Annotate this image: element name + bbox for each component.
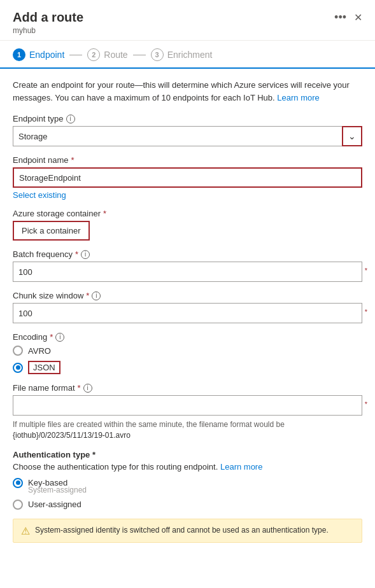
- chunk-size-window-star: *: [365, 308, 367, 316]
- encoding-avro-label: AVRO: [28, 346, 51, 356]
- endpoint-type-label: Endpoint type i: [13, 114, 362, 123]
- chevron-down-icon: ⌄: [348, 131, 356, 141]
- chunk-size-window-input-wrapper: *: [13, 303, 362, 323]
- auth-type-radio-group: Key-based System-assigned User-assigned: [13, 478, 362, 510]
- encoding-json-radio[interactable]: [13, 363, 23, 373]
- batch-frequency-field: Batch frequency * i *: [13, 249, 362, 282]
- chunk-size-window-field: Chunk size window * i *: [13, 291, 362, 323]
- batch-frequency-input-wrapper: *: [13, 262, 362, 282]
- chunk-size-window-input[interactable]: [13, 303, 362, 323]
- encoding-field: Encoding * i AVRO JSON: [13, 332, 362, 374]
- auth-key-based-radio[interactable]: [13, 478, 23, 488]
- auth-user-assigned-option[interactable]: User-assigned: [13, 500, 362, 510]
- auth-key-based-sub: System-assigned: [13, 486, 362, 494]
- warning-icon: ⚠: [21, 525, 30, 537]
- batch-frequency-info-icon[interactable]: i: [81, 250, 90, 259]
- file-name-format-label: File name format * i: [13, 383, 362, 393]
- step-endpoint[interactable]: 1 Endpoint: [13, 48, 64, 61]
- step-enrichment[interactable]: 3 Enrichment: [151, 48, 213, 61]
- chunk-size-window-label: Chunk size window * i: [13, 291, 362, 300]
- encoding-json-option[interactable]: JSON: [13, 361, 362, 374]
- step-2-label: Route: [104, 50, 127, 60]
- step-1-label: Endpoint: [29, 50, 64, 60]
- endpoint-type-field: Endpoint type i ⌄: [13, 114, 362, 146]
- file-name-format-hint: If multiple files are created within the…: [13, 419, 362, 441]
- steps-nav: 1 Endpoint 2 Route 3 Enrichment: [0, 41, 375, 69]
- batch-frequency-star: *: [365, 267, 367, 274]
- batch-frequency-required: *: [75, 249, 78, 259]
- endpoint-type-input[interactable]: [13, 126, 362, 146]
- azure-storage-container-required: *: [103, 209, 106, 218]
- more-icon[interactable]: •••: [334, 11, 346, 24]
- auth-type-required: *: [92, 450, 96, 459]
- pick-container-button[interactable]: Pick a container: [13, 221, 90, 241]
- panel-body: Create an endpoint for your route—this w…: [0, 69, 375, 553]
- step-2-circle: 2: [87, 48, 100, 61]
- file-name-format-required: *: [78, 383, 81, 393]
- step-route[interactable]: 2 Route: [87, 48, 127, 61]
- batch-frequency-label: Batch frequency * i: [13, 249, 362, 259]
- endpoint-type-info-icon[interactable]: i: [66, 115, 75, 123]
- auth-user-assigned-radio[interactable]: [13, 500, 23, 510]
- header-icons: ••• ✕: [334, 11, 362, 24]
- file-name-format-star: *: [365, 400, 367, 408]
- endpoint-name-field: Endpoint name * Select existing: [13, 155, 362, 200]
- encoding-label: Encoding * i: [13, 332, 362, 342]
- azure-storage-container-label: Azure storage container *: [13, 209, 362, 218]
- endpoint-type-chevron[interactable]: ⌄: [342, 126, 362, 146]
- authentication-type-field: Authentication type * Choose the authent…: [13, 450, 362, 510]
- azure-storage-container-field: Azure storage container * Pick a contain…: [13, 209, 362, 241]
- file-name-format-info-icon[interactable]: i: [83, 384, 92, 393]
- description-text: Create an endpoint for your route—this w…: [13, 79, 362, 104]
- step-divider-2: [133, 55, 146, 55]
- auth-learn-more-link[interactable]: Learn more: [220, 462, 262, 472]
- step-1-circle: 1: [13, 48, 25, 61]
- add-route-panel: Add a route ••• ✕ myhub 1 Endpoint 2 Rou…: [0, 0, 375, 588]
- batch-frequency-input[interactable]: [13, 262, 362, 282]
- auth-user-assigned-label: User-assigned: [28, 500, 81, 509]
- panel-subtitle: myhub: [13, 26, 362, 35]
- chunk-size-window-info-icon[interactable]: i: [92, 291, 101, 300]
- file-name-format-input-wrapper: {iothub}/{partition}/{YYYY}/{MM}/{DD}/{H…: [13, 395, 362, 416]
- endpoint-name-input-wrapper: [13, 167, 362, 188]
- auth-key-based-group: Key-based System-assigned: [13, 478, 362, 494]
- warning-text: System-assigned identity is switched off…: [35, 524, 329, 536]
- auth-type-title: Authentication type *: [13, 450, 362, 459]
- panel-header: Add a route ••• ✕ myhub: [0, 0, 375, 41]
- file-name-format-input[interactable]: {iothub}/{partition}/{YYYY}/{MM}/{DD}/{H…: [13, 395, 362, 416]
- endpoint-type-select-wrapper: ⌄: [13, 126, 362, 146]
- close-icon[interactable]: ✕: [354, 11, 362, 24]
- learn-more-description-link[interactable]: Learn more: [277, 93, 319, 102]
- auth-type-description: Choose the authentication type for this …: [13, 462, 362, 472]
- encoding-required: *: [50, 332, 53, 342]
- encoding-avro-option[interactable]: AVRO: [13, 346, 362, 356]
- file-name-format-field: File name format * i {iothub}/{partition…: [13, 383, 362, 441]
- encoding-info-icon[interactable]: i: [55, 333, 64, 342]
- encoding-json-label: JSON: [28, 361, 60, 374]
- step-3-circle: 3: [151, 48, 164, 61]
- warning-banner: ⚠ System-assigned identity is switched o…: [13, 519, 362, 543]
- endpoint-name-required: *: [71, 155, 74, 165]
- panel-title: Add a route: [13, 10, 83, 25]
- endpoint-name-input[interactable]: [13, 167, 362, 188]
- select-existing-link[interactable]: Select existing: [13, 190, 66, 200]
- step-3-label: Enrichment: [167, 50, 213, 60]
- endpoint-name-label: Endpoint name *: [13, 155, 362, 165]
- chunk-size-window-required: *: [86, 291, 89, 300]
- encoding-avro-radio[interactable]: [13, 346, 23, 356]
- step-divider-1: [69, 55, 82, 55]
- encoding-radio-group: AVRO JSON: [13, 346, 362, 374]
